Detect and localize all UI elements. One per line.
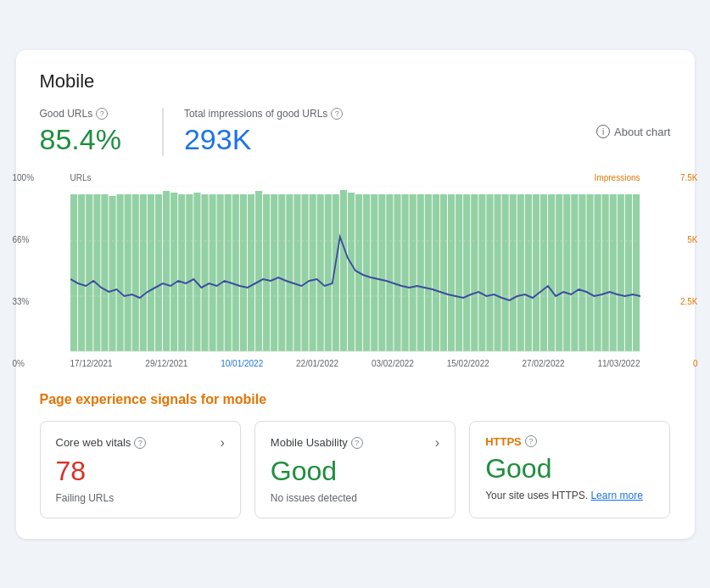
svg-rect-74 — [624, 194, 631, 351]
x-label-5: 03/02/2022 — [372, 359, 414, 368]
chart-x-labels: 17/12/2021 29/12/2021 10/01/2022 22/01/2… — [70, 359, 640, 368]
total-impressions-label: Total impressions of good URLs ? — [184, 108, 343, 120]
svg-rect-51 — [447, 194, 454, 351]
svg-rect-55 — [478, 194, 485, 351]
svg-rect-23 — [232, 194, 238, 351]
svg-rect-13 — [154, 194, 161, 351]
svg-rect-21 — [216, 194, 223, 351]
good-urls-help-icon[interactable]: ? — [96, 108, 108, 120]
svg-rect-63 — [539, 194, 546, 351]
main-card: Mobile Good URLs ? 85.4% Total impressio… — [16, 50, 695, 539]
https-sub-text: Your site uses HTTPS. Learn more — [485, 490, 654, 501]
svg-rect-45 — [401, 194, 408, 351]
metrics-row: Good URLs ? 85.4% Total impressions of g… — [40, 108, 671, 156]
y-axis-left: 100% 66% 33% 0% — [13, 173, 35, 368]
page-title: Mobile — [40, 70, 671, 92]
chart-axis-title-row: URLs Impressions — [70, 173, 640, 182]
svg-rect-26 — [254, 191, 261, 351]
svg-rect-15 — [171, 193, 177, 351]
svg-rect-72 — [609, 194, 616, 351]
signal-card-https: HTTPS ? Good Your site uses HTTPS. Learn… — [469, 421, 670, 518]
svg-rect-57 — [494, 194, 500, 351]
svg-rect-2 — [70, 194, 77, 351]
svg-rect-24 — [239, 194, 246, 351]
chart-container: 100% 66% 33% 0% 7.5K 5K 2.5K 0 URLs Impr… — [40, 173, 671, 368]
svg-rect-68 — [579, 194, 585, 351]
svg-rect-47 — [416, 194, 423, 351]
about-chart-button[interactable]: i About chart — [596, 125, 671, 138]
cwv-help-icon[interactable]: ? — [134, 437, 146, 449]
svg-rect-60 — [517, 194, 523, 351]
y-axis-right-title: Impressions — [595, 173, 640, 182]
svg-rect-14 — [162, 191, 169, 351]
svg-rect-32 — [301, 194, 308, 351]
good-urls-label: Good URLs ? — [40, 108, 121, 120]
svg-rect-43 — [386, 194, 393, 351]
svg-rect-42 — [378, 194, 385, 351]
svg-rect-38 — [347, 193, 354, 351]
svg-rect-19 — [201, 194, 208, 351]
svg-rect-34 — [316, 194, 323, 351]
mu-help-icon[interactable]: ? — [351, 437, 363, 449]
section-title: Page experience signals for mobile — [40, 392, 671, 407]
signal-title-mu: Mobile Usability ? — [271, 436, 363, 449]
svg-rect-37 — [339, 190, 346, 351]
svg-rect-59 — [509, 194, 516, 351]
learn-more-link[interactable]: Learn more — [590, 490, 642, 501]
svg-rect-53 — [463, 194, 470, 351]
svg-rect-22 — [224, 194, 231, 351]
svg-rect-70 — [594, 194, 601, 351]
x-label-2: 29/12/2021 — [145, 359, 187, 368]
svg-rect-62 — [532, 194, 539, 351]
chart-svg-wrapper — [70, 186, 640, 356]
svg-rect-33 — [309, 194, 316, 351]
svg-rect-71 — [601, 194, 608, 351]
https-title-label: HTTPS — [485, 435, 522, 448]
chart-svg — [70, 186, 640, 356]
mu-value: Good — [271, 456, 439, 487]
x-label-4: 22/01/2022 — [296, 359, 338, 368]
svg-rect-48 — [424, 194, 431, 351]
info-circle-icon: i — [596, 125, 610, 138]
svg-rect-17 — [186, 194, 193, 351]
mu-arrow-icon[interactable]: › — [435, 435, 439, 451]
https-value: Good — [485, 453, 654, 484]
svg-rect-65 — [556, 194, 562, 351]
svg-rect-27 — [263, 194, 270, 351]
svg-rect-20 — [209, 194, 215, 351]
signal-card-mobile-usability: Mobile Usability ? › Good No issues dete… — [254, 421, 456, 518]
svg-rect-44 — [394, 194, 400, 351]
signal-header-mu: Mobile Usability ? › — [271, 435, 439, 451]
https-help-icon[interactable]: ? — [525, 435, 537, 447]
signal-card-core-web-vitals: Core web vitals ? › 78 Failing URLs — [40, 421, 241, 518]
svg-rect-73 — [617, 194, 623, 351]
svg-rect-50 — [439, 194, 446, 351]
cwv-arrow-icon[interactable]: › — [221, 435, 225, 451]
svg-rect-35 — [324, 194, 331, 351]
good-urls-metric: Good URLs ? 85.4% — [40, 108, 142, 156]
x-label-3: 10/01/2022 — [221, 359, 263, 368]
svg-rect-67 — [571, 194, 578, 351]
svg-rect-31 — [294, 194, 300, 351]
total-impressions-help-icon[interactable]: ? — [331, 108, 343, 120]
x-label-8: 11/03/2022 — [597, 359, 640, 368]
svg-rect-29 — [278, 194, 285, 351]
svg-rect-41 — [371, 194, 377, 351]
svg-rect-64 — [548, 194, 555, 351]
signal-title-https: HTTPS ? — [485, 435, 537, 448]
svg-rect-8 — [116, 194, 123, 351]
svg-rect-75 — [632, 194, 639, 351]
signal-header-https: HTTPS ? — [485, 435, 654, 448]
svg-rect-9 — [124, 194, 131, 351]
x-label-6: 15/02/2022 — [447, 359, 489, 368]
svg-rect-11 — [139, 194, 146, 351]
svg-rect-49 — [432, 194, 439, 351]
svg-rect-7 — [109, 196, 115, 351]
svg-rect-3 — [78, 194, 85, 351]
y-axis-left-title: URLs — [70, 173, 92, 182]
svg-rect-30 — [286, 194, 293, 351]
signal-header-cwv: Core web vitals ? › — [56, 435, 225, 451]
svg-rect-18 — [193, 193, 200, 351]
svg-rect-58 — [501, 194, 508, 351]
signals-grid: Core web vitals ? › 78 Failing URLs Mobi… — [40, 421, 671, 518]
